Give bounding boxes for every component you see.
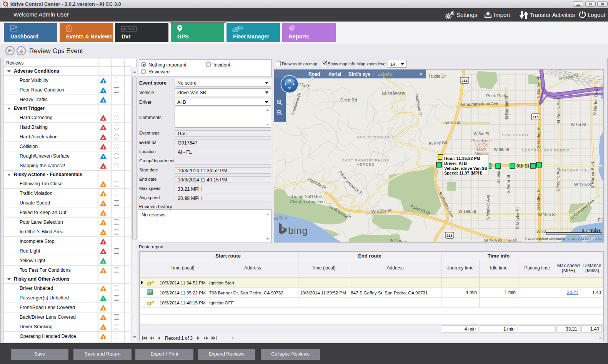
svg-text:1: 1	[102, 89, 104, 93]
svg-text:SAN PEDRO HILL: SAN PEDRO HILL	[356, 135, 395, 139]
svg-text:3: 3	[102, 221, 104, 225]
svg-text:1: 1	[102, 155, 104, 159]
svg-text:S Meyler St: S Meyler St	[515, 207, 520, 229]
svg-text:4: 4	[102, 165, 104, 169]
svg-text:Trump Nat'l Golf: Trump Nat'l Golf	[291, 194, 322, 199]
svg-text:2: 2	[102, 297, 104, 301]
svg-text:1: 1	[102, 80, 104, 83]
svg-text:S Walker Ave: S Walker Ave	[486, 195, 490, 220]
svg-text:3: 3	[102, 326, 104, 330]
svg-text:© 2014 Microsoft Corporation: © 2014 Microsoft Corporation © 2010 NAVT…	[525, 237, 602, 241]
svg-text:SAN PEDRO: SAN PEDRO	[502, 133, 528, 137]
svg-text:N Bandini St: N Bandini St	[505, 96, 509, 119]
svg-text:EAST RANCHO PALOS: EAST RANCHO PALOS	[342, 158, 389, 162]
svg-text:3: 3	[102, 212, 104, 216]
svg-text:3: 3	[102, 288, 104, 291]
svg-text:3: 3	[102, 269, 104, 273]
svg-text:W 6th St: W 6th St	[494, 147, 509, 152]
svg-text:110: 110	[533, 115, 538, 119]
svg-text:Vehicle: idrive Van SB: Vehicle: idrive Van SB	[444, 166, 488, 171]
svg-text:3: 3	[102, 336, 104, 339]
svg-text:VERDES: VERDES	[357, 162, 375, 166]
svg-text:W 19th St: W 19th St	[458, 209, 476, 214]
svg-text:W 3rd St: W 3rd St	[474, 131, 490, 136]
svg-text:4: 4	[102, 250, 104, 254]
svg-text:Crest Rd: Crest Rd	[340, 98, 357, 102]
svg-text:0.7 miles: 0.7 miles	[582, 227, 601, 233]
svg-text:Road: Road	[308, 71, 320, 77]
svg-text:S Gaffey St: S Gaffey St	[536, 126, 541, 148]
svg-text:Aerial: Aerial	[328, 71, 341, 77]
svg-text:213: 213	[446, 233, 453, 238]
svg-text:E 22: E 22	[598, 218, 604, 222]
svg-text:N Gaffey Pl: N Gaffey Pl	[536, 77, 541, 98]
svg-text:Driver: Al B: Driver: Al B	[444, 161, 467, 166]
svg-text:bing: bing	[288, 225, 308, 236]
svg-text:3: 3	[102, 193, 104, 196]
svg-text:3: 3	[102, 202, 104, 206]
svg-text:W 1st St: W 1st St	[571, 122, 586, 127]
svg-text:3: 3	[102, 231, 104, 235]
svg-text:«: «	[420, 71, 423, 77]
svg-text:4: 4	[102, 117, 104, 121]
svg-text:W 19th St: W 19th St	[538, 212, 556, 217]
svg-text:3: 3	[102, 316, 104, 320]
svg-text:4: 4	[102, 136, 104, 140]
svg-text:4: 4	[102, 126, 104, 130]
svg-text:Miraleste: Miraleste	[381, 90, 405, 96]
svg-text:Labels: Labels	[377, 71, 392, 77]
svg-text:Speed: 11.97 (MPH): Speed: 11.97 (MPH)	[444, 171, 483, 175]
svg-text:Peck Park: Peck Park	[486, 93, 506, 98]
svg-text:2: 2	[102, 260, 104, 264]
svg-text:S Pacific Ave: S Pacific Ave	[556, 167, 560, 192]
svg-text:W 23: W 23	[536, 229, 546, 234]
svg-text:S Harbor Blvd: S Harbor Blvd	[590, 162, 595, 188]
svg-text:1: 1	[102, 99, 104, 103]
svg-text:N Pacific Ave: N Pacific Ave	[556, 98, 561, 123]
svg-text:213: 213	[461, 78, 468, 83]
svg-text:VINEGAR HILL: VINEGAR HILL	[559, 168, 590, 172]
svg-text:3: 3	[102, 183, 104, 187]
svg-text:Trudie Dr: Trudie Dr	[428, 74, 446, 78]
svg-text:S Alma St: S Alma St	[506, 175, 511, 193]
svg-text:W 25: W 25	[508, 239, 517, 243]
svg-text:Club-Los Angelas: Club-Los Angelas	[290, 199, 323, 204]
svg-text:W 25th St: W 25th St	[484, 238, 502, 243]
svg-text:CENTRAL SAN PEDRO: CENTRAL SAN PEDRO	[522, 148, 570, 152]
svg-text:4: 4	[102, 241, 104, 244]
svg-text:4: 4	[102, 146, 104, 150]
svg-text:3: 3	[102, 307, 104, 311]
svg-text:9th St: 9th St	[516, 163, 529, 169]
svg-text:Bird's eye: Bird's eye	[348, 71, 370, 77]
svg-text:Hour: 11:35:22 PM: Hour: 11:35:22 PM	[444, 156, 480, 161]
svg-text:W 13th St: W 13th St	[574, 182, 592, 187]
svg-text:S Gaffey St: S Gaffey St	[536, 188, 541, 210]
svg-text:S Leland: S Leland	[496, 167, 501, 184]
